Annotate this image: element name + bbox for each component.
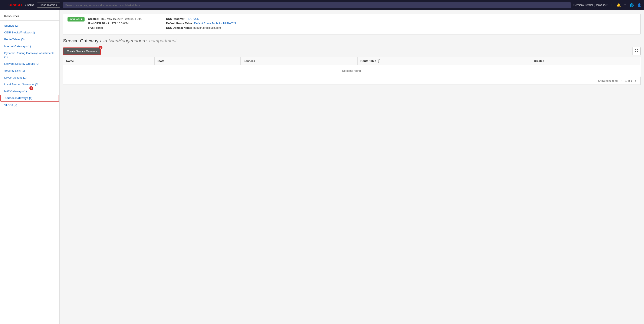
table-footer: Showing 0 items ‹ 1 of 1 › xyxy=(63,77,640,85)
table-empty-row: No items found. xyxy=(63,65,640,77)
vcn-dns-domain-row: DNS Domain Name: hubvcn.oraclevcn.com xyxy=(166,26,236,29)
sidebar-item-service-gateways[interactable]: Service Gateways (0) xyxy=(0,95,59,101)
showing-items-label: Showing 0 items xyxy=(598,79,618,82)
col-route-table-label: Route Table xyxy=(360,59,376,63)
col-state: State xyxy=(154,57,240,65)
region-selector[interactable]: Germany Central (Frankfurt) ▾ xyxy=(574,3,608,6)
vcn-default-route-label: Default Route Table: xyxy=(166,22,193,25)
sidebar-item-badge-nat: 1 xyxy=(30,86,33,90)
oracle-logo: ORACLE Cloud xyxy=(8,3,34,7)
pagination-prev-button[interactable]: ‹ xyxy=(620,78,624,83)
create-button-badge: 2 xyxy=(98,46,102,50)
sidebar-badge-wrapper-nat: NAT Gateways (1)1 xyxy=(0,88,31,95)
service-gateways-section: Service Gateways in IwanHoogendoorn comp… xyxy=(60,38,644,88)
vcn-created-label: Created: xyxy=(88,17,99,20)
grid-toggle-button[interactable] xyxy=(632,47,640,55)
vcn-ipv6-row: IPv6 Prefix: - xyxy=(88,26,158,29)
sidebar-item-nsg[interactable]: Network Security Groups (0) xyxy=(0,60,60,67)
sidebar: Resources Subnets (2)CIDR Blocks/Prefixe… xyxy=(0,10,60,324)
vcn-details-grid: Created: Thu, May 16, 2024, 07:15:04 UTC… xyxy=(88,17,236,29)
table-header: Name State Services Route Table i Create… xyxy=(63,57,640,65)
vcn-created-row: Created: Thu, May 16, 2024, 07:15:04 UTC xyxy=(88,17,158,20)
vcn-created-value: Thu, May 16, 2024, 07:15:04 UTC xyxy=(100,17,142,20)
svg-rect-3 xyxy=(637,51,638,52)
section-title-italic: in IwanHoogendoorn xyxy=(102,38,148,43)
sidebar-item-drg-attachments[interactable]: Dynamic Routing Gateways Attachments (1) xyxy=(0,50,60,60)
top-navigation: ☰ ORACLE Cloud Cloud Classic > Germany C… xyxy=(0,0,644,10)
vcn-default-route-row: Default Route Table: Default Route Table… xyxy=(166,22,236,25)
svg-rect-0 xyxy=(635,49,636,50)
nav-right-section: Germany Central (Frankfurt) ▾ □ 🔔 ? 🌐 👤 xyxy=(574,3,642,7)
route-table-info-icon[interactable]: i xyxy=(377,59,380,63)
col-created: Created xyxy=(531,57,640,65)
region-label: Germany Central (Frankfurt) xyxy=(574,3,606,6)
pagination-next-button[interactable]: › xyxy=(634,78,638,83)
vcn-dns-resolver-label: DNS Resolver: xyxy=(166,17,185,20)
content-area: AVAILABLE Created: Thu, May 16, 2024, 07… xyxy=(60,10,644,324)
col-route-table: Route Table i xyxy=(357,57,531,65)
section-title-compartment: compartment xyxy=(148,38,177,43)
vcn-info-header: AVAILABLE Created: Thu, May 16, 2024, 07… xyxy=(68,17,636,29)
vcn-status-badge: AVAILABLE xyxy=(68,17,84,21)
vcn-dns-domain-value: hubvcn.oraclevcn.com xyxy=(193,26,221,29)
vcn-dns-domain-label: DNS Domain Name: xyxy=(166,26,192,29)
bell-icon[interactable]: 🔔 xyxy=(616,3,621,7)
table-toolbar: Create Service Gateway 2 xyxy=(63,47,640,55)
globe-icon[interactable]: 🌐 xyxy=(630,3,634,7)
table-body: No items found. xyxy=(63,65,640,77)
region-dropdown-icon: ▾ xyxy=(606,3,608,6)
vcn-ipv6-label: IPv6 Prefix: xyxy=(88,26,103,29)
cloud-classic-button[interactable]: Cloud Classic > xyxy=(37,2,60,8)
service-gateways-table: Name State Services Route Table i Create… xyxy=(63,57,640,77)
vcn-info-card: AVAILABLE Created: Thu, May 16, 2024, 07… xyxy=(63,14,640,35)
main-wrapper: Resources Subnets (2)CIDR Blocks/Prefixe… xyxy=(0,10,644,324)
vcn-ipv4-label: IPv4 CIDR Block: xyxy=(88,22,110,25)
grid-icon xyxy=(634,50,639,53)
vcn-ipv4-value: 172.16.0.0/24 xyxy=(112,22,129,25)
sidebar-item-cidr[interactable]: CIDR Blocks/Prefixes (1) xyxy=(0,29,60,36)
sidebar-item-nat[interactable]: NAT Gateways (1) xyxy=(0,88,31,95)
terminal-icon[interactable]: □ xyxy=(611,3,613,7)
svg-rect-2 xyxy=(635,51,636,52)
help-icon[interactable]: ? xyxy=(624,3,626,7)
user-avatar-icon[interactable]: 👤 xyxy=(637,3,642,7)
vcn-dns-resolver-row: DNS Resolver: HUB-VCN xyxy=(166,17,236,20)
sidebar-item-internet-gateways[interactable]: Internet Gateways (1) xyxy=(0,43,60,50)
table-header-row: Name State Services Route Table i Create… xyxy=(63,57,640,65)
sidebar-item-route-tables[interactable]: Route Tables (5) xyxy=(0,36,60,43)
cloud-text: Cloud xyxy=(25,3,34,7)
create-service-gateway-button[interactable]: Create Service Gateway xyxy=(63,47,101,55)
table-empty-message: No items found. xyxy=(63,65,640,77)
sidebar-section-title: Resources xyxy=(0,14,60,21)
section-title-prefix: Service Gateways xyxy=(63,38,101,43)
sidebar-item-security-lists[interactable]: Security Lists (1) xyxy=(0,67,60,74)
vcn-ipv6-value: - xyxy=(104,26,105,29)
vcn-default-route-link[interactable]: Default Route Table for HUB-VCN xyxy=(194,22,236,25)
oracle-text: ORACLE xyxy=(8,3,24,7)
vcn-ipv4-row: IPv4 CIDR Block: 172.16.0.0/24 xyxy=(88,22,158,25)
vcn-dns-resolver-link[interactable]: HUB-VCN xyxy=(186,17,199,20)
col-name: Name xyxy=(63,57,154,65)
sidebar-item-vlans[interactable]: VLANs (0) xyxy=(0,101,60,108)
sidebar-item-dhcp[interactable]: DHCP Options (1) xyxy=(0,74,60,81)
section-title: Service Gateways in IwanHoogendoorn comp… xyxy=(63,38,640,44)
sidebar-item-subnets[interactable]: Subnets (2) xyxy=(0,22,60,29)
pagination-indicator: 1 of 1 xyxy=(625,79,632,82)
search-input[interactable] xyxy=(63,2,571,8)
create-button-wrapper: Create Service Gateway 2 xyxy=(63,47,101,55)
hamburger-menu-icon[interactable]: ☰ xyxy=(2,3,6,7)
svg-rect-1 xyxy=(637,49,638,50)
col-services: Services xyxy=(240,57,357,65)
